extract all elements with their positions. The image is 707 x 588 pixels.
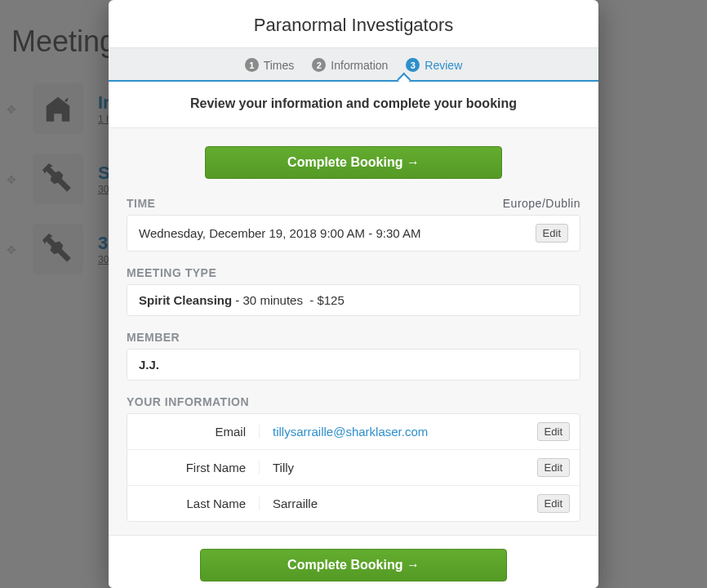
member-card: J.J. — [127, 349, 580, 381]
meeting-type-duration: 30 minutes — [243, 293, 303, 307]
info-key: Email — [137, 425, 260, 439]
time-value: Wednesday, December 19, 2018 9:00 AM - 9… — [139, 226, 420, 240]
edit-last-name-button[interactable]: Edit — [537, 494, 570, 513]
edit-time-button[interactable]: Edit — [536, 224, 568, 243]
step-number: 1 — [245, 58, 259, 72]
section-label-your-information: YOUR INFORMATION — [127, 395, 580, 408]
info-key: Last Name — [137, 497, 260, 510]
review-heading: Review your information and complete you… — [109, 82, 598, 128]
info-row-last-name: Last Name Sarraille Edit — [127, 486, 580, 521]
section-label-time: TIME Europe/Dublin — [127, 197, 580, 210]
step-number: 3 — [406, 58, 420, 72]
booking-modal: Paranormal Investigators 1 Times 2 Infor… — [109, 0, 598, 588]
section-label-text: MEMBER — [127, 331, 180, 344]
meeting-type-price: $125 — [317, 293, 344, 307]
member-value: J.J. — [139, 358, 159, 372]
step-label: Times — [264, 59, 295, 72]
info-row-email: Email tillysarraille@sharklaser.com Edit — [127, 414, 580, 450]
meeting-type-value: Spirit Cleansing - 30 minutes - $125 — [139, 293, 345, 307]
info-key: First Name — [137, 461, 260, 474]
timezone: Europe/Dublin — [503, 197, 580, 210]
complete-booking-button-footer[interactable]: Complete Booking → — [200, 549, 507, 581]
section-label-text: YOUR INFORMATION — [127, 395, 249, 408]
step-information[interactable]: 2 Information — [312, 58, 388, 72]
step-number: 2 — [312, 58, 326, 72]
section-label-member: MEMBER — [127, 331, 580, 344]
step-label: Review — [425, 59, 462, 72]
complete-booking-label: Complete Booking — [287, 155, 402, 169]
section-label-meeting-type: MEETING TYPE — [127, 266, 580, 279]
edit-email-button[interactable]: Edit — [537, 422, 570, 441]
info-value-email[interactable]: tillysarraille@sharklaser.com — [260, 425, 531, 439]
section-label-text: MEETING TYPE — [127, 266, 216, 279]
complete-booking-button[interactable]: Complete Booking → — [205, 146, 502, 179]
modal-body: Complete Booking → TIME Europe/Dublin We… — [109, 128, 598, 535]
your-information-table: Email tillysarraille@sharklaser.com Edit… — [127, 413, 580, 522]
arrow-right-icon: → — [407, 558, 420, 572]
info-value: Sarraille — [260, 497, 531, 510]
step-label: Information — [331, 59, 388, 72]
meeting-type-name: Spirit Cleansing — [139, 293, 232, 307]
arrow-right-icon: → — [407, 155, 420, 169]
complete-booking-label: Complete Booking — [287, 558, 402, 572]
stepper: 1 Times 2 Information 3 Review — [109, 47, 598, 82]
modal-title: Paranormal Investigators — [109, 0, 598, 47]
info-value: Tilly — [260, 461, 531, 474]
section-label-text: TIME — [127, 197, 155, 210]
step-review[interactable]: 3 Review — [406, 58, 462, 72]
modal-footer: Complete Booking → — [109, 535, 598, 588]
meeting-type-card: Spirit Cleansing - 30 minutes - $125 — [127, 284, 580, 316]
info-row-first-name: First Name Tilly Edit — [127, 450, 580, 486]
time-card: Wednesday, December 19, 2018 9:00 AM - 9… — [127, 215, 580, 252]
step-times[interactable]: 1 Times — [245, 58, 295, 72]
edit-first-name-button[interactable]: Edit — [537, 458, 570, 477]
